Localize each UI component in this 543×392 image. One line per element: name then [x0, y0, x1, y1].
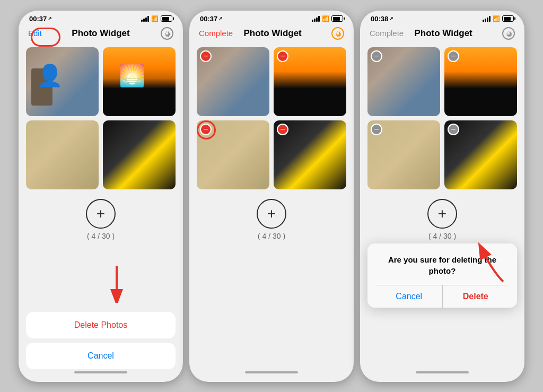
arrow-to-delete [471, 239, 509, 289]
status-icons-1: 📶 [141, 15, 172, 22]
wifi-icon-2: 📶 [322, 15, 329, 22]
photo-count-2: ( 4 / 30 ) [258, 232, 285, 240]
battery-icon-3 [502, 15, 514, 22]
add-photo-button-3[interactable]: + [427, 199, 457, 229]
photo-cell-1-3[interactable] [26, 120, 99, 189]
status-icons-2: 📶 [312, 15, 343, 22]
red-circle-minus [197, 120, 216, 140]
status-icons-3: 📶 [483, 15, 514, 22]
home-indicator-1 [74, 371, 127, 373]
nav-bar-2: Complete Photo Widget [189, 25, 354, 43]
photo-count-1: ( 4 / 30 ) [87, 232, 115, 240]
delete-badge-2-4[interactable]: − [277, 124, 288, 135]
delete-badge-2-1[interactable]: − [200, 50, 212, 62]
photo-cell-3-3[interactable]: − [367, 120, 440, 189]
arrow-down [101, 260, 133, 305]
photo-grid-2: − − − − [189, 43, 354, 194]
nav-bar-1: Edit Photo Widget [19, 25, 183, 43]
nav-title-3: Photo Widget [414, 28, 472, 39]
photo-count-3: ( 4 / 30 ) [428, 232, 456, 240]
signal-icon-2 [312, 16, 320, 22]
home-indicator-3 [416, 371, 469, 373]
signal-icon-1 [141, 16, 149, 22]
settings-icon-1[interactable] [161, 27, 173, 40]
screen-2: 00:37 ↗ 📶 Complete Photo Widget [189, 11, 354, 382]
delete-badge-3-3[interactable]: − [371, 124, 382, 135]
settings-icon-2[interactable] [331, 27, 344, 40]
complete-button-3[interactable]: Complete [370, 29, 404, 38]
photo-cell-1-1[interactable] [26, 47, 99, 116]
add-section-1: + ( 4 / 30 ) [19, 194, 183, 245]
delete-badge-3-2[interactable]: − [448, 50, 459, 62]
cancel-action-button[interactable]: Cancel [26, 343, 176, 369]
nav-title-1: Photo Widget [72, 28, 129, 39]
delete-photos-button[interactable]: Delete Photos [26, 312, 176, 338]
add-section-3: + ( 4 / 30 ) [360, 194, 524, 245]
location-arrow-1: ↗ [48, 16, 52, 21]
time-1: 00:37 ↗ [29, 15, 52, 23]
nav-title-2: Photo Widget [243, 28, 301, 39]
time-3: 00:38 ↗ [371, 15, 393, 23]
edit-button[interactable]: Edit [28, 29, 60, 38]
photo-cell-3-2[interactable]: − [444, 47, 517, 116]
battery-icon-2 [331, 15, 343, 22]
photo-cell-2-1[interactable]: − [197, 47, 269, 116]
time-2: 00:37 ↗ [200, 15, 223, 23]
photo-grid-1 [19, 43, 183, 194]
nav-bar-3: Complete Photo Widget [360, 25, 524, 43]
home-indicator-2 [245, 371, 298, 373]
complete-button-2[interactable]: Complete [199, 29, 233, 38]
photo-grid-3: − − − − [360, 43, 524, 194]
wifi-icon-3: 📶 [493, 15, 500, 22]
photo-cell-1-4[interactable] [103, 120, 176, 189]
signal-icon-3 [483, 16, 491, 22]
delete-badge-2-2[interactable]: − [277, 50, 288, 62]
photo-cell-3-1[interactable]: − [367, 47, 440, 116]
screen-1: 00:37 ↗ 📶 Edit Photo Widget [19, 11, 183, 382]
add-section-2: + ( 4 / 30 ) [189, 194, 354, 245]
status-bar-1: 00:37 ↗ 📶 [19, 11, 183, 25]
settings-icon-3[interactable] [502, 27, 515, 40]
photo-cell-2-2[interactable]: − [274, 47, 346, 116]
photo-cell-3-4[interactable]: − [444, 120, 517, 189]
delete-badge-3-1[interactable]: − [371, 50, 382, 62]
status-bar-2: 00:37 ↗ 📶 [189, 11, 354, 25]
add-photo-button-2[interactable]: + [257, 199, 286, 229]
alert-cancel-button[interactable]: Cancel [376, 285, 443, 308]
photo-cell-1-2[interactable] [103, 47, 176, 116]
wifi-icon-1: 📶 [151, 15, 159, 22]
add-photo-button-1[interactable]: + [86, 199, 116, 229]
status-bar-3: 00:38 ↗ 📶 [360, 11, 524, 25]
photo-cell-2-3[interactable]: − [197, 120, 269, 189]
battery-icon-1 [161, 15, 172, 22]
photo-cell-2-4[interactable]: − [274, 120, 346, 189]
screen-3: 00:38 ↗ 📶 Complete Photo Widget [360, 11, 524, 382]
delete-badge-3-4[interactable]: − [448, 124, 459, 135]
screens-container: 00:37 ↗ 📶 Edit Photo Widget [0, 0, 543, 392]
